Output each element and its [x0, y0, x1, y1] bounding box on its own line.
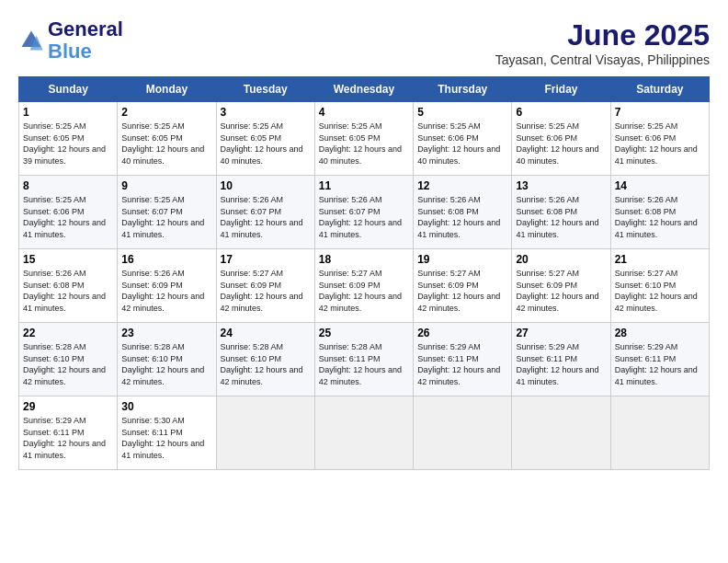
table-cell: 21Sunrise: 5:27 AMSunset: 6:10 PMDayligh…: [610, 249, 709, 323]
table-cell: [216, 396, 314, 470]
page-header: GeneralBlue June 2025 Tayasan, Central V…: [18, 18, 710, 67]
day-detail: Sunrise: 5:27 AMSunset: 6:09 PMDaylight:…: [319, 268, 409, 314]
day-number: 12: [417, 179, 507, 192]
table-cell: 14Sunrise: 5:26 AMSunset: 6:08 PMDayligh…: [610, 176, 709, 249]
day-number: 25: [319, 327, 409, 339]
col-thursday: Thursday: [414, 77, 512, 102]
logo-icon: [18, 28, 44, 53]
table-cell: 5Sunrise: 5:25 AMSunset: 6:06 PMDaylight…: [414, 102, 512, 176]
table-cell: 6Sunrise: 5:25 AMSunset: 6:06 PMDaylight…: [512, 102, 610, 176]
col-monday: Monday: [118, 77, 216, 102]
day-number: 26: [417, 327, 507, 339]
day-number: 9: [121, 179, 211, 192]
day-number: 28: [615, 327, 705, 339]
day-number: 30: [121, 400, 211, 413]
table-cell: 10Sunrise: 5:26 AMSunset: 6:07 PMDayligh…: [216, 176, 314, 249]
day-detail: Sunrise: 5:25 AMSunset: 6:06 PMDaylight:…: [516, 121, 606, 167]
day-detail: Sunrise: 5:29 AMSunset: 6:11 PMDaylight:…: [23, 415, 113, 461]
table-cell: 4Sunrise: 5:25 AMSunset: 6:05 PMDaylight…: [314, 102, 413, 176]
day-number: 14: [615, 179, 705, 192]
day-detail: Sunrise: 5:26 AMSunset: 6:08 PMDaylight:…: [516, 194, 606, 240]
day-number: 23: [121, 327, 211, 339]
day-detail: Sunrise: 5:28 AMSunset: 6:10 PMDaylight:…: [221, 341, 311, 387]
table-cell: 22Sunrise: 5:28 AMSunset: 6:10 PMDayligh…: [19, 323, 118, 396]
table-cell: 12Sunrise: 5:26 AMSunset: 6:08 PMDayligh…: [414, 176, 512, 249]
day-detail: Sunrise: 5:28 AMSunset: 6:10 PMDaylight:…: [23, 341, 113, 387]
day-number: 19: [417, 253, 507, 266]
col-tuesday: Tuesday: [216, 77, 314, 102]
day-number: 3: [221, 106, 311, 119]
day-detail: Sunrise: 5:25 AMSunset: 6:05 PMDaylight:…: [319, 121, 409, 167]
month-title: June 2025: [495, 18, 710, 52]
table-cell: 30Sunrise: 5:30 AMSunset: 6:11 PMDayligh…: [118, 396, 216, 470]
table-cell: 28Sunrise: 5:29 AMSunset: 6:11 PMDayligh…: [610, 323, 709, 396]
table-cell: 18Sunrise: 5:27 AMSunset: 6:09 PMDayligh…: [314, 249, 413, 323]
calendar-table: Sunday Monday Tuesday Wednesday Thursday…: [18, 76, 710, 470]
day-number: 29: [23, 400, 113, 413]
day-number: 27: [516, 327, 606, 339]
logo: GeneralBlue: [18, 18, 123, 63]
day-detail: Sunrise: 5:30 AMSunset: 6:11 PMDaylight:…: [121, 415, 211, 461]
day-number: 24: [221, 327, 311, 339]
day-detail: Sunrise: 5:27 AMSunset: 6:09 PMDaylight:…: [221, 268, 311, 314]
table-cell: 29Sunrise: 5:29 AMSunset: 6:11 PMDayligh…: [19, 396, 118, 470]
table-cell: 16Sunrise: 5:26 AMSunset: 6:09 PMDayligh…: [118, 249, 216, 323]
table-cell: 11Sunrise: 5:26 AMSunset: 6:07 PMDayligh…: [314, 176, 413, 249]
day-detail: Sunrise: 5:26 AMSunset: 6:09 PMDaylight:…: [121, 268, 211, 314]
title-block: June 2025 Tayasan, Central Visayas, Phil…: [495, 18, 710, 67]
calendar-week-2: 8Sunrise: 5:25 AMSunset: 6:06 PMDaylight…: [19, 176, 710, 249]
table-cell: 26Sunrise: 5:29 AMSunset: 6:11 PMDayligh…: [414, 323, 512, 396]
day-number: 18: [319, 253, 409, 266]
day-detail: Sunrise: 5:27 AMSunset: 6:10 PMDaylight:…: [615, 268, 705, 314]
day-number: 16: [121, 253, 211, 266]
col-saturday: Saturday: [610, 77, 709, 102]
day-detail: Sunrise: 5:25 AMSunset: 6:05 PMDaylight:…: [121, 121, 211, 167]
day-detail: Sunrise: 5:26 AMSunset: 6:08 PMDaylight:…: [23, 268, 113, 314]
day-detail: Sunrise: 5:25 AMSunset: 6:05 PMDaylight:…: [23, 121, 113, 167]
day-detail: Sunrise: 5:29 AMSunset: 6:11 PMDaylight:…: [516, 341, 606, 387]
weekday-header-row: Sunday Monday Tuesday Wednesday Thursday…: [19, 77, 710, 102]
day-number: 4: [319, 106, 409, 119]
table-cell: 7Sunrise: 5:25 AMSunset: 6:06 PMDaylight…: [610, 102, 709, 176]
day-number: 22: [23, 327, 113, 339]
table-cell: 2Sunrise: 5:25 AMSunset: 6:05 PMDaylight…: [118, 102, 216, 176]
calendar-week-5: 29Sunrise: 5:29 AMSunset: 6:11 PMDayligh…: [19, 396, 710, 470]
table-cell: [414, 396, 512, 470]
day-number: 7: [615, 106, 705, 119]
day-detail: Sunrise: 5:29 AMSunset: 6:11 PMDaylight:…: [417, 341, 507, 387]
logo-text: GeneralBlue: [48, 18, 123, 63]
day-detail: Sunrise: 5:25 AMSunset: 6:07 PMDaylight:…: [121, 194, 211, 240]
table-cell: [314, 396, 413, 470]
location-title: Tayasan, Central Visayas, Philippines: [495, 52, 710, 67]
col-sunday: Sunday: [19, 77, 118, 102]
table-cell: 19Sunrise: 5:27 AMSunset: 6:09 PMDayligh…: [414, 249, 512, 323]
day-number: 11: [319, 179, 409, 192]
day-detail: Sunrise: 5:25 AMSunset: 6:05 PMDaylight:…: [221, 121, 311, 167]
table-cell: 17Sunrise: 5:27 AMSunset: 6:09 PMDayligh…: [216, 249, 314, 323]
day-number: 13: [516, 179, 606, 192]
day-number: 10: [221, 179, 311, 192]
day-number: 15: [23, 253, 113, 266]
day-detail: Sunrise: 5:26 AMSunset: 6:08 PMDaylight:…: [417, 194, 507, 240]
day-detail: Sunrise: 5:28 AMSunset: 6:10 PMDaylight:…: [121, 341, 211, 387]
day-number: 8: [23, 179, 113, 192]
day-detail: Sunrise: 5:25 AMSunset: 6:06 PMDaylight:…: [615, 121, 705, 167]
day-detail: Sunrise: 5:25 AMSunset: 6:06 PMDaylight:…: [417, 121, 507, 167]
day-detail: Sunrise: 5:27 AMSunset: 6:09 PMDaylight:…: [516, 268, 606, 314]
table-cell: 1Sunrise: 5:25 AMSunset: 6:05 PMDaylight…: [19, 102, 118, 176]
col-friday: Friday: [512, 77, 610, 102]
day-number: 17: [221, 253, 311, 266]
day-detail: Sunrise: 5:26 AMSunset: 6:08 PMDaylight:…: [615, 194, 705, 240]
day-detail: Sunrise: 5:26 AMSunset: 6:07 PMDaylight:…: [319, 194, 409, 240]
table-cell: 27Sunrise: 5:29 AMSunset: 6:11 PMDayligh…: [512, 323, 610, 396]
table-cell: 15Sunrise: 5:26 AMSunset: 6:08 PMDayligh…: [19, 249, 118, 323]
day-number: 6: [516, 106, 606, 119]
day-number: 2: [121, 106, 211, 119]
calendar-week-1: 1Sunrise: 5:25 AMSunset: 6:05 PMDaylight…: [19, 102, 710, 176]
table-cell: 9Sunrise: 5:25 AMSunset: 6:07 PMDaylight…: [118, 176, 216, 249]
table-cell: 8Sunrise: 5:25 AMSunset: 6:06 PMDaylight…: [19, 176, 118, 249]
day-number: 5: [417, 106, 507, 119]
calendar-week-3: 15Sunrise: 5:26 AMSunset: 6:08 PMDayligh…: [19, 249, 710, 323]
day-number: 21: [615, 253, 705, 266]
day-detail: Sunrise: 5:27 AMSunset: 6:09 PMDaylight:…: [417, 268, 507, 314]
